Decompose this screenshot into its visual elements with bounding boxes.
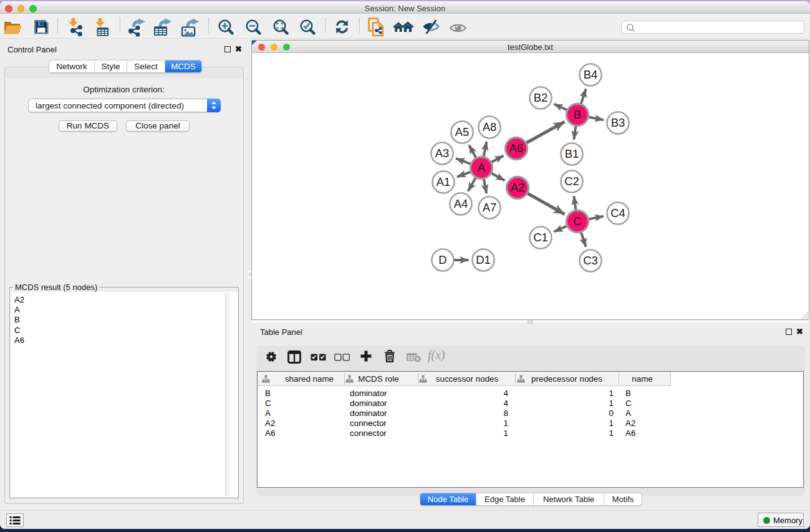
svg-text:A: A	[478, 161, 486, 174]
svg-text:D1: D1	[476, 253, 491, 266]
svg-text:A8: A8	[483, 120, 497, 133]
svg-text:B: B	[574, 108, 581, 121]
svg-text:A2: A2	[511, 181, 525, 194]
svg-text:D: D	[438, 253, 446, 266]
svg-text:A6: A6	[509, 142, 524, 155]
svg-text:B3: B3	[611, 116, 625, 129]
svg-text:A5: A5	[455, 125, 470, 138]
svg-text:A3: A3	[435, 147, 450, 160]
svg-text:A1: A1	[436, 175, 451, 188]
svg-text:B2: B2	[534, 91, 548, 104]
svg-text:C2: C2	[564, 175, 579, 188]
svg-text:A4: A4	[454, 197, 468, 210]
svg-text:A7: A7	[483, 201, 497, 214]
svg-text:B1: B1	[565, 147, 579, 160]
svg-text:B4: B4	[584, 68, 598, 81]
svg-text:C1: C1	[533, 231, 548, 244]
svg-text:C4: C4	[610, 206, 625, 220]
svg-text:C3: C3	[583, 254, 598, 267]
svg-text:C: C	[573, 215, 581, 228]
